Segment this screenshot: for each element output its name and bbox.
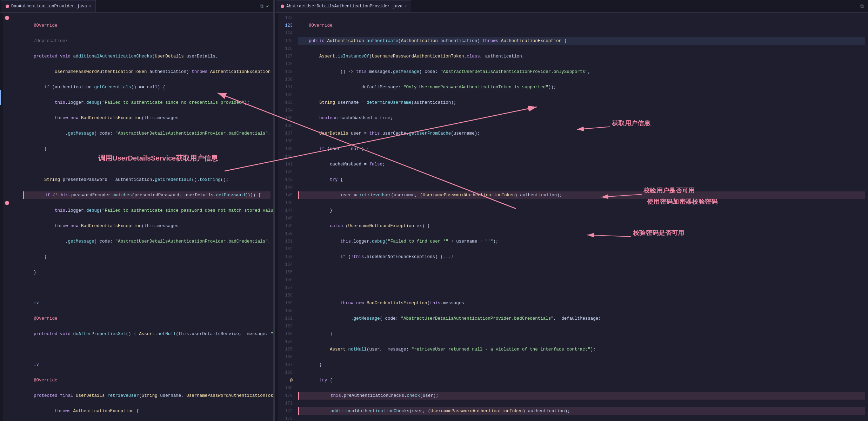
code-line: UserDetails user = this.userCache.getUse… xyxy=(298,130,865,137)
left-code-content: @Override /deprecation/ protected void a… xyxy=(20,13,273,421)
code-line: throws AuthenticationException { xyxy=(23,407,271,415)
split-editor-icon[interactable]: ⧉ xyxy=(260,4,263,9)
code-line: this.logger.debug("Failed to authenticat… xyxy=(23,207,271,215)
code-line: @Override xyxy=(298,22,865,29)
code-line: () -> this.messages.getMessage( code: "A… xyxy=(298,68,865,76)
code-line: String username = determineUsername(auth… xyxy=(298,99,865,107)
tab-dot-icon xyxy=(6,5,9,8)
code-line: try { xyxy=(298,176,865,184)
code-line: ↕∨ xyxy=(23,299,271,307)
check-icon: ✓ xyxy=(266,3,269,9)
code-line-active: public Authentication authenticate(Authe… xyxy=(298,37,865,45)
left-tab-actions: ⧉ ✓ xyxy=(260,3,272,9)
code-line xyxy=(23,161,271,168)
right-line-numbers: 122 123 124 125 126 127 128 129 130 131 … xyxy=(278,13,295,421)
code-line: Assert.isInstanceOf(UsernamePasswordAuth… xyxy=(298,53,865,60)
left-line-numbers xyxy=(3,13,20,421)
code-line: Assert.notNull(user, message: "retrieveU… xyxy=(298,346,865,353)
code-line: .getMessage( code: "AbstractUserDetailsA… xyxy=(298,315,865,322)
right-tab-dot xyxy=(281,5,284,8)
left-diff-gutter xyxy=(0,13,3,421)
code-line: UsernamePasswordAuthenticationToken auth… xyxy=(23,68,271,76)
code-line: throw new BadCredentialsException(this.m… xyxy=(298,299,865,307)
code-line: protected void additionalAuthenticationC… xyxy=(23,53,271,60)
left-code-area: @Override /deprecation/ protected void a… xyxy=(0,13,273,421)
right-pane: AbstractUserDetailsAuthenticationProvide… xyxy=(275,0,868,421)
right-editor-wrapper: AbstractUserDetailsAuthenticationProvide… xyxy=(275,0,868,421)
left-tab-active[interactable]: DaoAuthenticationProvider.java × xyxy=(1,0,96,12)
code-line: throw new BadCredentialsException(this.m… xyxy=(23,114,271,122)
code-line xyxy=(298,269,865,276)
code-line: @Override xyxy=(23,22,271,29)
code-line: if (user == null) { xyxy=(298,145,865,153)
code-line: boolean cacheWasUsed = true; xyxy=(298,114,865,122)
code-line-retrieve: user = retrieveUser(username, (UsernameP… xyxy=(298,191,865,199)
code-line: defaultMessage: "Only UsernamePasswordAu… xyxy=(298,83,865,91)
code-line: ↕∨ xyxy=(23,361,271,369)
code-line: } xyxy=(23,145,271,153)
code-line: } xyxy=(298,330,865,338)
code-line: .getMessage( code: "AbstractUserDetailsA… xyxy=(23,130,271,137)
left-tab-close[interactable]: × xyxy=(89,5,91,8)
code-line: /deprecation/ xyxy=(23,37,271,45)
right-tab-filename: AbstractUserDetailsAuthenticationProvide… xyxy=(286,4,402,9)
left-tab-bar: DaoAuthenticationProvider.java × ⧉ ✓ xyxy=(0,0,273,13)
code-line: } xyxy=(298,207,865,215)
code-line-preauth: this.preAuthenticationChecks.check(user)… xyxy=(298,392,865,400)
code-line: @Override xyxy=(23,376,271,384)
left-editor-wrapper: DaoAuthenticationProvider.java × ⧉ ✓ xyxy=(0,0,273,421)
right-tab-close[interactable]: × xyxy=(405,5,407,8)
left-pane: DaoAuthenticationProvider.java × ⧉ ✓ xyxy=(0,0,274,421)
code-line xyxy=(298,284,865,292)
right-code-area: 122 123 124 125 126 127 128 129 130 131 … xyxy=(275,13,868,421)
code-line: if (!this.hideUserNotFoundExceptions) {.… xyxy=(298,253,865,261)
code-line-addauth: additionalAuthenticationChecks(user, (Us… xyxy=(298,407,865,415)
right-code-content: @Override public Authentication authenti… xyxy=(295,13,868,421)
code-line xyxy=(23,346,271,353)
code-line: cacheWasUsed = false; xyxy=(298,161,865,168)
code-line: protected final UserDetails retrieveUser… xyxy=(23,392,271,400)
code-line: this.logger.debug("Failed to authenticat… xyxy=(23,99,271,107)
code-line xyxy=(23,284,271,292)
code-line: this.logger.debug("Failed to find user '… xyxy=(298,238,865,245)
right-tab-actions: ⧉ xyxy=(860,4,867,9)
code-line: } xyxy=(23,253,271,261)
editor-container: DaoAuthenticationProvider.java × ⧉ ✓ xyxy=(0,0,868,421)
right-tab-bar: AbstractUserDetailsAuthenticationProvide… xyxy=(275,0,868,13)
split-editor-right-icon[interactable]: ⧉ xyxy=(860,4,864,9)
code-line: String presentedPassword = authenticatio… xyxy=(23,176,271,184)
right-diff-gutter xyxy=(275,13,278,421)
code-line: .getMessage( code: "AbstractUserDetailsA… xyxy=(23,238,271,245)
code-line: throw new BadCredentialsException(this.m… xyxy=(23,222,271,230)
breakpoint-2 xyxy=(5,201,9,205)
code-line: } xyxy=(23,269,271,276)
breakpoint-1 xyxy=(5,16,9,20)
code-line: try { xyxy=(298,376,865,384)
code-line-highlighted: if (!this.passwordEncoder.matches(presen… xyxy=(23,191,271,199)
code-line: if (authentication.getCredentials() == n… xyxy=(23,83,271,91)
right-tab-active[interactable]: AbstractUserDetailsAuthenticationProvide… xyxy=(276,0,411,12)
code-line: protected void doAfterPropertiesSet() { … xyxy=(23,330,271,338)
code-line: } xyxy=(298,361,865,369)
code-line: @Override xyxy=(23,315,271,322)
left-tab-filename: DaoAuthenticationProvider.java xyxy=(11,4,87,9)
code-line: catch (UsernameNotFoundException ex) { xyxy=(298,222,865,230)
